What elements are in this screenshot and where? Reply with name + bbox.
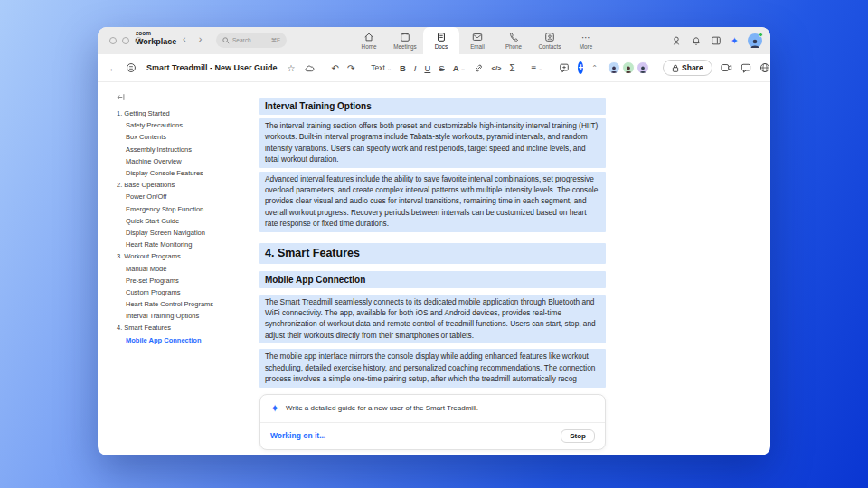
italic-button[interactable]: I: [414, 63, 417, 73]
notifications-bell-icon[interactable]: [691, 35, 702, 46]
toc-item[interactable]: Interval Training Options: [117, 310, 259, 322]
lock-icon: [672, 64, 679, 72]
toc-item[interactable]: Heart Rate Monitoring: [117, 239, 259, 250]
docs-icon: [436, 32, 447, 42]
doc-paragraph[interactable]: The mobile app interface mirrors the con…: [259, 349, 606, 387]
insert-link-icon[interactable]: [474, 63, 484, 73]
strikethrough-button[interactable]: S: [439, 63, 444, 73]
document-canvas[interactable]: Interval Training Options The interval t…: [259, 82, 606, 455]
search-placeholder: Search: [232, 37, 254, 43]
font-color-dropdown[interactable]: A⌄: [453, 63, 466, 73]
search-icon: [222, 37, 230, 44]
toc-item[interactable]: Box Contents: [117, 131, 259, 143]
tab-email[interactable]: Email: [459, 27, 495, 54]
language-globe-icon[interactable]: [760, 62, 770, 73]
contacts-icon: [544, 32, 555, 42]
toc-collapse-icon[interactable]: [117, 93, 259, 101]
align-dropdown[interactable]: ≡⌄: [532, 63, 543, 73]
toc-item[interactable]: Emergency Stop Function: [117, 203, 259, 215]
toc-item[interactable]: Power On/Off: [117, 191, 259, 202]
formula-icon[interactable]: Σ: [509, 63, 514, 73]
collaborator-avatar[interactable]: [637, 61, 649, 74]
bold-button[interactable]: B: [400, 63, 406, 73]
chevron-down-icon: ⌄: [387, 65, 392, 71]
cloud-sync-icon: [304, 63, 316, 72]
toc-item[interactable]: Machine Overview: [117, 155, 259, 167]
doc-heading1[interactable]: 4. Smart Features: [259, 243, 606, 264]
tab-phone[interactable]: Phone: [495, 27, 532, 54]
toc-item[interactable]: Safety Precautions: [117, 119, 259, 131]
ai-status-text: Working on it...: [270, 431, 326, 440]
doc-paragraph[interactable]: Advanced interval features include the a…: [259, 172, 606, 232]
tab-contacts[interactable]: Contacts: [532, 27, 568, 54]
toc-item[interactable]: 4. Smart Features: [117, 322, 259, 333]
zoom-workplace-window: zoom Workplace ‹ › Search ⌘F Home Meetin…: [98, 27, 770, 455]
doc-paragraph[interactable]: The Smart Treadmill seamlessly connects …: [259, 295, 606, 344]
history-back-button[interactable]: ‹: [183, 33, 186, 44]
comment-icon[interactable]: [559, 62, 570, 73]
chevron-down-icon: ⌄: [461, 65, 466, 71]
toc-item[interactable]: 2. Base Operations: [117, 179, 259, 191]
toc-item[interactable]: Custom Programs: [117, 286, 259, 298]
minimize-window-button[interactable]: [122, 37, 129, 44]
titlebar: zoom Workplace ‹ › Search ⌘F Home Meetin…: [98, 27, 770, 54]
toc-sidebar: 1. Getting Started Safety Precautions Bo…: [98, 82, 259, 455]
toc-item[interactable]: 3. Workout Programs: [117, 250, 259, 262]
more-icon: ⋯: [581, 33, 590, 42]
main-nav: Home Meetings Docs Email Phone Contacts: [351, 27, 604, 54]
tab-home[interactable]: Home: [351, 27, 387, 54]
favorite-star-icon[interactable]: ☆: [288, 63, 296, 73]
align-icon: ≡: [532, 63, 537, 73]
stop-generation-button[interactable]: Stop: [561, 429, 595, 443]
undo-icon[interactable]: ↶: [332, 63, 339, 73]
chevron-down-icon: ⌄: [538, 65, 542, 71]
toc-item-active[interactable]: Mobile App Connection: [117, 334, 259, 346]
phone-icon: [508, 32, 519, 42]
collapse-toolbar-icon[interactable]: ⌃: [591, 64, 598, 72]
collaborator-avatar[interactable]: [608, 61, 620, 74]
toc-item[interactable]: 1. Getting Started: [117, 108, 259, 119]
ai-companion-icon[interactable]: ✦: [731, 35, 739, 47]
toc-item[interactable]: Manual Mode: [117, 262, 259, 274]
zoom-workplace-logo: zoom Workplace: [136, 31, 176, 46]
toc-item[interactable]: Assembly Instructions: [117, 144, 259, 155]
presence-online-dot: [759, 33, 763, 37]
toc-item[interactable]: Quick Start Guide: [117, 215, 259, 227]
close-window-button[interactable]: [109, 37, 117, 44]
history-forward-button[interactable]: ›: [199, 33, 203, 44]
text-style-dropdown[interactable]: Text⌄: [371, 63, 392, 72]
video-call-icon[interactable]: [721, 63, 732, 72]
code-block-icon[interactable]: </>: [492, 64, 502, 72]
search-input[interactable]: Search ⌘F: [216, 33, 287, 48]
redo-icon[interactable]: ↷: [347, 63, 354, 73]
tab-docs[interactable]: Docs: [423, 27, 459, 54]
doc-paragraph[interactable]: The interval training section offers bot…: [259, 118, 606, 168]
collaborator-avatars: [606, 61, 649, 74]
docs-home-icon[interactable]: [126, 62, 137, 73]
doc-toolbar: ← Smart Treadmill - New User Guide ☆ ↶ ↷…: [98, 54, 770, 82]
chat-icon[interactable]: [741, 63, 751, 73]
tab-more[interactable]: ⋯ More: [568, 27, 604, 54]
toc-item[interactable]: Heart Rate Control Programs: [117, 298, 259, 310]
share-button[interactable]: Share: [663, 60, 712, 76]
toc-item[interactable]: Display Screen Navigation: [117, 227, 259, 239]
user-avatar[interactable]: [748, 33, 762, 48]
document-title[interactable]: Smart Treadmill - New User Guide: [146, 63, 278, 72]
ai-prompt-text[interactable]: Write a detailed guide for a new user of…: [286, 404, 478, 412]
logo-workplace-text: Workplace: [136, 38, 176, 46]
add-content-button[interactable]: +: [578, 61, 583, 74]
search-shortcut: ⌘F: [271, 37, 280, 44]
doc-back-icon[interactable]: ←: [108, 63, 118, 73]
doc-heading2[interactable]: Interval Training Options: [259, 98, 606, 115]
toc-item[interactable]: Pre-set Programs: [117, 275, 259, 286]
email-icon: [472, 32, 483, 42]
tab-meetings[interactable]: Meetings: [387, 27, 423, 54]
collaborator-avatar[interactable]: [622, 61, 635, 74]
underline-button[interactable]: U: [424, 63, 430, 73]
toc-item[interactable]: Display Console Features: [117, 167, 259, 179]
doc-heading2[interactable]: Mobile App Connection: [259, 271, 606, 288]
ai-companion-panel: ✦ Write a detailed guide for a new user …: [259, 394, 606, 450]
side-panel-toggle-icon[interactable]: [711, 35, 722, 46]
logo-zoom-text: zoom: [136, 31, 176, 37]
recent-activity-icon[interactable]: [671, 35, 682, 46]
